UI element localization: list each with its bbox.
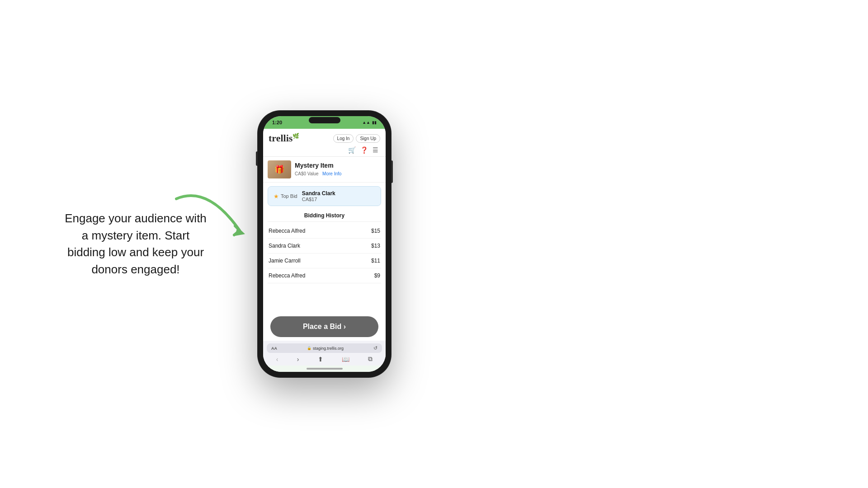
phone-outer: 1:20 ▲▲ ▮▮ trellis🌿 Log In S xyxy=(258,111,391,377)
notch xyxy=(309,117,340,123)
status-time: 1:20 xyxy=(272,120,282,125)
leaf-icon: 🌿 xyxy=(292,133,299,139)
bid-name-4: Rebecca Alfred xyxy=(269,272,305,279)
bid-amount-4: $9 xyxy=(374,272,380,279)
header-buttons: Log In Sign Up xyxy=(333,134,380,143)
bid-row: Jamie Carroll $11 xyxy=(268,253,381,268)
star-icon: ★ xyxy=(274,193,279,200)
header-top: trellis🌿 Log In Sign Up xyxy=(269,132,380,144)
bid-row: Rebecca Alfred $9 xyxy=(268,268,381,283)
more-info-link[interactable]: More Info xyxy=(322,171,341,176)
top-bid-card: ★ Top Bid Sandra Clark CA$17 xyxy=(268,186,381,206)
arrow-icon xyxy=(172,194,262,249)
phone-inner: 1:20 ▲▲ ▮▮ trellis🌿 Log In S xyxy=(263,116,386,372)
header-icons: 🛒 ❓ ☰ xyxy=(269,146,380,154)
bid-amount-1: $15 xyxy=(371,228,380,234)
bookmarks-button[interactable]: 📖 xyxy=(342,356,349,363)
mystery-item-title: Mystery Item xyxy=(295,162,341,169)
mystery-item-info: Mystery Item CA$0 Value More Info xyxy=(295,162,341,177)
bid-name-2: Sandra Clark xyxy=(269,243,300,249)
trellis-logo: trellis🌿 xyxy=(269,132,299,144)
battery-icon: ▮▮ xyxy=(372,120,377,125)
browser-content: trellis🌿 Log In Sign Up 🛒 ❓ ☰ xyxy=(263,129,386,372)
mystery-item-section: 🎁 Mystery Item CA$0 Value More Info xyxy=(263,157,386,183)
url-text: 🔒 staging.trellis.org xyxy=(307,346,344,351)
home-bar xyxy=(307,368,343,370)
bidding-section: Bidding History Rebecca Alfred $15 Sandr… xyxy=(263,210,386,313)
signup-button[interactable]: Sign Up xyxy=(356,134,380,143)
top-bid-label: ★ Top Bid xyxy=(274,193,297,200)
wifi-icon: ▲▲ xyxy=(362,120,370,125)
phone-mockup: 1:20 ▲▲ ▮▮ trellis🌿 Log In S xyxy=(258,111,391,377)
browser-bar: AA 🔒 staging.trellis.org ↺ ‹ › ⬆ 📖 ⧉ xyxy=(263,341,386,366)
tabs-button[interactable]: ⧉ xyxy=(368,355,373,363)
home-indicator xyxy=(263,366,386,372)
top-bid-name: Sandra Clark xyxy=(302,190,335,197)
bid-row: Rebecca Alfred $15 xyxy=(268,224,381,239)
trellis-header: trellis🌿 Log In Sign Up 🛒 ❓ ☰ xyxy=(263,129,386,157)
bid-amount-2: $13 xyxy=(371,243,380,249)
menu-icon[interactable]: ☰ xyxy=(373,146,378,154)
top-bid-info: Sandra Clark CA$17 xyxy=(302,190,335,202)
url-bar: AA 🔒 staging.trellis.org ↺ xyxy=(267,343,382,353)
bid-name-1: Rebecca Alfred xyxy=(269,228,305,234)
help-icon[interactable]: ❓ xyxy=(360,146,368,154)
url-aa: AA xyxy=(271,346,277,351)
refresh-icon[interactable]: ↺ xyxy=(373,345,377,351)
status-icons: ▲▲ ▮▮ xyxy=(362,120,377,125)
bid-name-3: Jamie Carroll xyxy=(269,258,301,264)
bid-amount-3: $11 xyxy=(371,258,380,264)
mystery-item-image: 🎁 xyxy=(268,160,291,178)
place-bid-button[interactable]: Place a Bid › xyxy=(270,316,378,337)
forward-button[interactable]: › xyxy=(297,356,299,363)
top-bid-amount: CA$17 xyxy=(302,197,335,202)
share-button[interactable]: ⬆ xyxy=(318,356,323,363)
login-button[interactable]: Log In xyxy=(333,134,354,143)
mystery-item-value: CA$0 Value xyxy=(295,171,319,176)
bidding-history-title: Bidding History xyxy=(268,210,381,222)
back-button[interactable]: ‹ xyxy=(276,356,278,363)
cart-icon[interactable]: 🛒 xyxy=(348,146,356,154)
bid-row: Sandra Clark $13 xyxy=(268,239,381,253)
lock-icon: 🔒 xyxy=(307,346,311,350)
browser-nav: ‹ › ⬆ 📖 ⧉ xyxy=(267,355,382,363)
